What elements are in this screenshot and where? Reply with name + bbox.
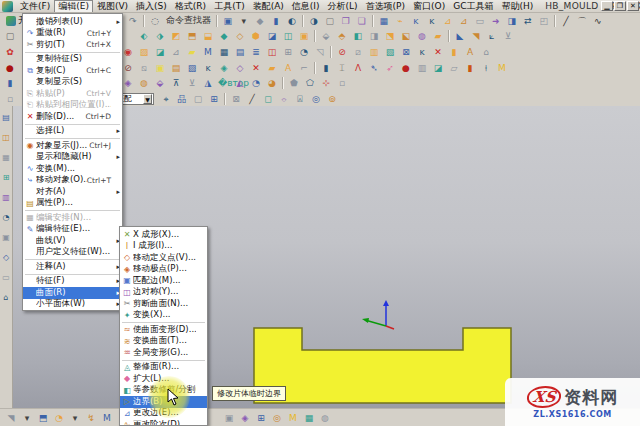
resource-bar-icon[interactable]: ▣ [1,232,12,243]
toolbar-icon[interactable]: ⌐ [297,61,311,74]
toolbar-icon[interactable]: ⧅ [137,61,151,74]
menubar-item-edit[interactable]: 编辑(E) [54,0,93,12]
toolbar-icon[interactable]: ▨ [185,61,199,74]
toolbar-icon[interactable]: ⬠ [303,76,317,89]
resource-bar-icon[interactable]: ▤ [1,112,12,123]
toolbar-icon[interactable]: ◈ [238,411,252,424]
resource-bar-icon[interactable]: ⊞ [1,172,12,183]
toolbar-icon[interactable]: 品 [175,92,189,105]
toolbar-icon[interactable]: ⬗ [153,29,167,42]
submenu-item-x-form[interactable]: ✕X 成形(X)... [120,229,207,241]
toolbar-icon[interactable]: ⬔ [383,29,397,42]
menubar-item-menu[interactable]: 工具(T) [210,0,249,12]
toolbar-icon[interactable]: ▰ [185,45,199,58]
toolbar-icon[interactable]: ⊘ [335,45,349,58]
menu-item-user-defined-feature[interactable]: 用户定义特征(W)... [23,247,122,259]
toolbar-icon[interactable]: ▮ [3,76,17,89]
toolbar-icon[interactable]: ▫ [335,76,349,89]
toolbar-icon[interactable]: ▨ [137,45,151,58]
toolbar-icon[interactable]: ▣ [221,14,235,27]
menu-item-edit-arrangements[interactable]: ▦编辑安排(N)... [23,212,122,224]
submenu-item-match-edge[interactable]: ▣匹配边(M)... [120,275,207,287]
restore-button[interactable]: ❐ [614,1,626,11]
toolbar-icon[interactable]: ▣ [153,61,167,74]
toolbar-icon[interactable]: ⊿ [169,45,183,58]
menu-item-cut[interactable]: ✂剪切(T)Ctrl+X [23,39,122,51]
toolbar-icon[interactable]: ⬒ [185,29,199,42]
toolbar-icon[interactable]: Λ [351,61,365,74]
toolbar-icon[interactable]: ▾ [237,14,251,27]
toolbar-icon[interactable]: ▢ [3,29,17,42]
menubar-item-menu[interactable]: 装配(A) [249,0,288,12]
toolbar-icon[interactable]: A [281,61,295,74]
close-button[interactable]: ✕ [627,1,639,11]
chevron-down-icon[interactable]: ▼ [143,94,152,104]
redo-icon[interactable]: ↷ [126,14,140,27]
submenu-item-snip-surface[interactable]: ✂剪断曲面(N)... [120,298,207,310]
menu-item-selection[interactable]: 选择(L)▸ [23,126,122,138]
toolbar-icon[interactable]: ◻ [261,92,275,105]
resource-bar-icon[interactable]: ▥ [1,192,12,203]
toolbar-icon[interactable]: ◥ [4,411,18,424]
menu-item-object-display[interactable]: ◉对象显示(J)...Ctrl+J [23,140,122,152]
toolbar-icon[interactable]: ▦ [302,411,316,424]
toolbar-icon[interactable]: ⊿ [457,14,471,27]
menu-item-move-object[interactable]: ⤷移动对象(O)...Ctrl+T [23,175,122,187]
submenu-item-i-form[interactable]: ⅠI 成形(I)... [120,241,207,253]
toolbar-icon[interactable]: ✿ [3,45,17,58]
toolbar-icon[interactable]: ⬕ [399,29,413,42]
toolbar-icon[interactable]: ➶ [383,61,397,74]
menu-item-delete[interactable]: ✕删除(D)...Ctrl+D [23,111,122,123]
toolbar-icon[interactable]: ▱ [447,61,461,74]
menu-item-transform[interactable]: ∿变换(M)... [23,163,122,175]
submenu-item-global-shaping[interactable]: ♒全局变形(G)... [120,347,207,359]
toolbar-icon[interactable]: ⊼ [169,76,183,89]
menu-item-facet-body[interactable]: 小平面体(W)▸ [23,299,122,311]
command-finder-icon[interactable]: ◌ [148,14,162,27]
menubar-item-menu[interactable]: GC工具箱 [449,0,497,12]
toolbar-icon[interactable]: ∿ [591,14,605,27]
menu-item-paste-same-place[interactable]: ⎗粘贴到相同位置(I)... [23,100,122,112]
submenu-item-edge-symmetry[interactable]: ◫边对称(Y)... [120,287,207,299]
toolbar-icon[interactable]: ➴ [367,61,381,74]
toolbar-icon[interactable]: ✕ [431,45,445,58]
menu-item-curve[interactable]: 曲线(V)▸ [23,235,122,247]
menu-item-copy-feature[interactable]: 复制特征(S) [23,54,122,66]
toolbar-icon[interactable]: ◹ [313,45,327,58]
toolbar-icon[interactable]: ⊻ [185,76,199,89]
toolbar-icon[interactable]: ⌶ [335,61,349,74]
menubar-item-menu[interactable]: 分析(L) [324,0,362,12]
resource-bar-icon[interactable]: ⌂ [1,292,12,303]
toolbar-icon[interactable]: ◔ [52,411,66,424]
toolbar-icon[interactable]: ◎ [309,92,323,105]
toolbar-icon[interactable]: ⬙ [319,29,333,42]
toolbar-icon[interactable]: ⌔ [277,92,291,105]
resource-bar-icon[interactable]: ▦ [1,152,12,163]
toolbar-icon[interactable]: M [495,61,509,74]
toolbar-icon[interactable]: ▤ [169,61,183,74]
toolbar-icon[interactable]: ĸ [409,14,423,27]
menubar-item-menu[interactable]: 格式(R) [171,0,210,12]
toolbar-icon[interactable]: ◰ [537,14,551,27]
toolbar-icon[interactable]: ◆ [253,14,267,27]
toolbar-icon[interactable]: ▧ [383,45,397,58]
toolbar-icon[interactable]: ✕ [249,61,263,74]
toolbar-icon[interactable]: ◎ [270,411,284,424]
toolbar-icon[interactable]: ▮ [447,45,461,58]
toolbar-icon[interactable]: M [201,45,215,58]
toolbar-icon[interactable]: ▰ [431,29,445,42]
toolbar-icon[interactable]: ◍ [137,76,151,89]
toolbar-icon[interactable]: Μ [100,411,114,424]
toolbar-icon[interactable]: ◫ [281,29,295,42]
toolbar-icon[interactable]: ĸ [201,61,215,74]
toolbar-icon[interactable]: ◣ [453,29,467,42]
toolbar-icon[interactable]: ╱ [245,92,259,105]
toolbar-icon[interactable]: ▮ [319,61,333,74]
menubar-item-menu[interactable]: 窗口(O) [409,0,449,12]
toolbar-icon[interactable]: ≣ [249,45,263,58]
resource-bar-icon[interactable]: ◇ [1,252,12,263]
toolbar-icon[interactable]: ▢ [191,92,205,105]
datum-csys-icon[interactable] [361,299,407,331]
submenu-item-refit-face[interactable]: ◬整修面(R)... [120,362,207,374]
toolbar-icon[interactable]: ▰ [265,61,279,74]
